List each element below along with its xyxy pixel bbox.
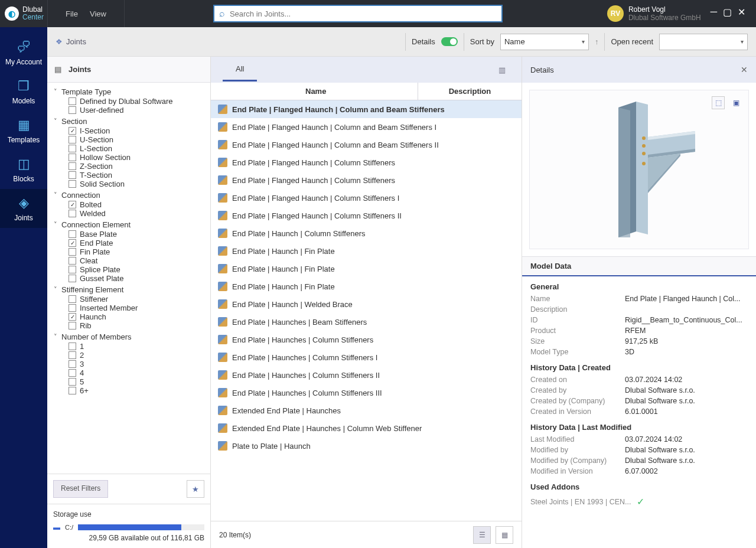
filter-user[interactable]: User-defined [52,106,206,115]
list-item[interactable]: End Plate | Haunches | Column Stiffeners… [211,384,522,402]
list-item[interactable]: End Plate | Flanged Haunch | Column Stif… [211,171,522,189]
created-by-company: Dlubal Software s.r.o. [625,397,748,405]
filter-n2[interactable]: 2 [52,351,206,360]
list-item[interactable]: End Plate | Haunch | Column Stiffeners [211,224,522,242]
nav-models[interactable]: ❒ Models [0,72,47,111]
filter-solid[interactable]: Solid Section [52,180,206,188]
filter-cleat[interactable]: Cleat [52,256,206,265]
storage-text: 29,59 GB available out of 116,81 GB [53,534,204,542]
filter-inserted[interactable]: Inserted Member [52,304,206,312]
filter-haunch[interactable]: ✓Haunch [52,312,206,321]
menu-view[interactable]: View [90,9,106,18]
list-item-label: End Plate | Haunch | Column Stiffeners [232,229,365,238]
filter-fin-plate[interactable]: Fin Plate [52,247,206,256]
list-item-label: End Plate | Flanged Haunch | Column Stif… [232,194,399,203]
close-details-icon[interactable]: ✕ [741,65,748,74]
nav-templates[interactable]: ▦ Templates [0,111,47,150]
filter-n3[interactable]: 3 [52,360,206,368]
group-num-members[interactable]: Number of Members [52,332,206,342]
group-connection[interactable]: Connection [52,190,206,200]
filter-base-plate[interactable]: Base Plate [52,230,206,239]
list-item[interactable]: End Plate | Flanged Haunch | Column and … [211,118,522,136]
filter-defined[interactable]: Defined by Dlubal Software [52,97,206,106]
filter-l-section[interactable]: L-Section [52,144,206,153]
search-box[interactable]: ⌕ [213,5,503,22]
image-icon[interactable]: ▣ [729,96,742,109]
filter-n6[interactable]: 6+ [52,386,206,395]
group-stiffening[interactable]: Stiffening Element [52,285,206,295]
openrecent-select[interactable]: ▾ [659,34,748,50]
list-item[interactable]: End Plate | Haunches | Column Stiffeners… [211,366,522,384]
list-item[interactable]: End Plate | Haunches | Column Stiffeners… [211,348,522,366]
filter-splice[interactable]: Splice Plate [52,265,206,274]
column-name-header[interactable]: Name [211,83,418,100]
drive-label: C:/ [65,524,73,531]
joint-icon [218,158,227,167]
item-count: 20 Item(s) [219,531,251,539]
list-item[interactable]: End Plate | Flanged Haunch | Column Stif… [211,189,522,207]
filter-bolted[interactable]: ✓Bolted [52,200,206,209]
list-item[interactable]: End Plate | Flanged Haunch | Column Stif… [211,207,522,224]
list-item-label: End Plate | Haunch | Fin Plate [232,247,335,256]
group-conn-elem[interactable]: Connection Element [52,220,206,230]
section-general: General [522,276,756,293]
list-item[interactable]: End Plate | Flanged Haunch | Column and … [211,100,522,118]
sort-direction-icon[interactable]: ↑ [595,37,599,46]
group-template-type[interactable]: Template Type [52,87,206,97]
nav-joints[interactable]: ◈ Joints [0,189,47,228]
nav-blocks[interactable]: ◫ Blocks [0,150,47,189]
filter-hollow[interactable]: Hollow Section [52,153,206,162]
view-3d-icon[interactable]: ⬚ [712,96,725,109]
close-icon[interactable]: ✕ [738,6,745,18]
list-item-label: End Plate | Haunches | Beam Stiffeners [232,318,367,327]
search-input[interactable] [229,9,497,19]
list-item[interactable]: End Plate | Haunch | Welded Brace [211,295,522,313]
nav-account[interactable]: 🗪 My Account [0,33,47,72]
list-item[interactable]: End Plate | Haunches | Beam Stiffeners [211,313,522,331]
list-item[interactable]: End Plate | Flanged Haunch | Column Stif… [211,154,522,171]
list-item[interactable]: End Plate | Flanged Haunch | Column and … [211,136,522,154]
section-history-created: History Data | Created [522,357,756,374]
list-item[interactable]: End Plate | Haunch | Fin Plate [211,278,522,295]
svg-point-8 [642,136,646,140]
filter-end-plate[interactable]: ✓End Plate [52,239,206,247]
filter-u-section[interactable]: U-Section [52,135,206,144]
detail-model-type: 3D [625,348,748,356]
filter-z-section[interactable]: Z-Section [52,162,206,171]
list-item[interactable]: Extended End Plate | Haunches [211,402,522,419]
details-toggle[interactable] [441,37,458,46]
column-desc-header[interactable]: Description [418,83,522,100]
sortby-select[interactable]: Name ▾ [500,34,589,50]
list-item-label: End Plate | Flanged Haunch | Column and … [232,141,439,149]
columns-icon[interactable]: ▥ [494,62,510,77]
modified-by: Dlubal Software s.r.o. [625,446,748,454]
maximize-icon[interactable]: ▢ [723,6,732,18]
joint-icon [218,282,227,291]
filter-welded[interactable]: Welded [52,209,206,218]
joint-icon [218,299,227,309]
list-item[interactable]: End Plate | Haunch | Fin Plate [211,242,522,260]
filter-t-section[interactable]: T-Section [52,171,206,180]
list-item[interactable]: End Plate | Haunch | Fin Plate [211,260,522,278]
avatar[interactable]: RV [607,5,624,22]
filter-n1[interactable]: 1 [52,342,206,351]
menu-file[interactable]: File [66,9,78,18]
tab-all[interactable]: All [223,58,257,81]
group-section[interactable]: Section [52,116,206,126]
list-item[interactable]: Plate to Plate | Haunch [211,437,522,455]
list-item[interactable]: Extended End Plate | Haunches | Column W… [211,419,522,437]
filter-rib[interactable]: Rib [52,321,206,330]
filter-gusset[interactable]: Gusset Plate [52,274,206,283]
reset-filters-button[interactable]: Reset Filters [53,480,108,498]
chevron-down-icon: ▾ [741,38,744,45]
minimize-icon[interactable]: ─ [711,6,717,18]
favorite-button[interactable]: ★ [187,480,204,498]
list-item[interactable]: End Plate | Haunches | Column Stiffeners [211,331,522,348]
account-icon: 🗪 [15,39,32,56]
filter-n4[interactable]: 4 [52,368,206,377]
filter-stiffener[interactable]: Stiffener [52,295,206,304]
list-view-icon[interactable]: ☰ [473,526,491,544]
filter-n5[interactable]: 5 [52,377,206,386]
grid-view-icon[interactable]: ▦ [496,526,513,544]
filter-i-section[interactable]: ✓I-Section [52,126,206,135]
